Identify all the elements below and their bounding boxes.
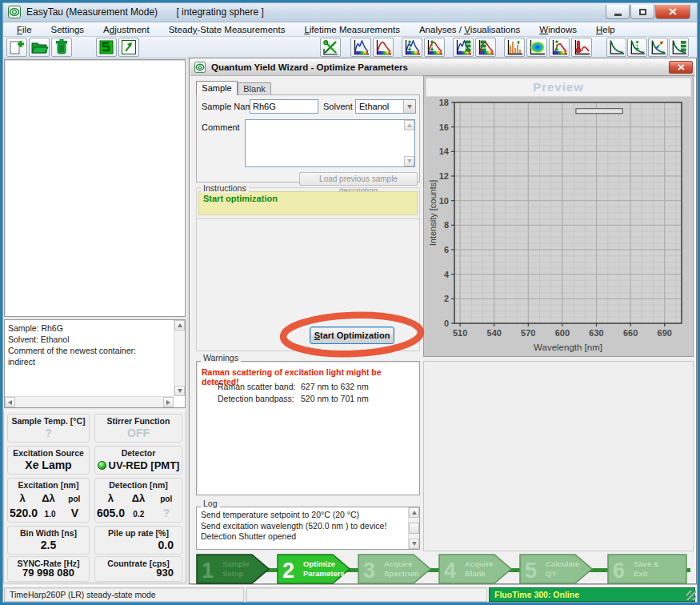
menu-windows[interactable]: Windows	[530, 23, 586, 36]
load-previous-sample-button[interactable]: Load previous sample description	[299, 172, 418, 186]
scroll-left-button[interactable]	[5, 397, 15, 407]
scroll-up-button[interactable]	[174, 320, 185, 331]
excitation-spectrum-icon[interactable]	[350, 38, 371, 57]
start-optimization-button[interactable]: Start Optimization	[310, 327, 394, 344]
minimize-button[interactable]	[606, 5, 630, 19]
batch-mode-icon[interactable]	[96, 38, 117, 57]
svg-text:Wavelength [nm]: Wavelength [nm]	[534, 343, 602, 352]
tres-map-icon[interactable]	[669, 38, 689, 57]
tab-sample[interactable]: Sample	[196, 81, 238, 95]
maximize-icon	[639, 9, 646, 15]
sample-temp-group: Sample Temp. [°C] ?	[7, 414, 90, 443]
measurement-list[interactable]	[4, 59, 186, 317]
comment-textarea[interactable]	[245, 119, 415, 167]
menu-adjustment[interactable]: Adjustment	[94, 23, 159, 36]
resize-grip[interactable]	[686, 591, 696, 600]
new-measurement-icon[interactable]	[6, 38, 27, 57]
window-controls	[605, 5, 690, 19]
svg-text:Acquire: Acquire	[384, 559, 412, 568]
detection-col-lambda: λ	[97, 492, 125, 504]
detector-value: UV-RED [PMT]	[95, 459, 182, 471]
detection-values: 605.00.2?	[97, 507, 180, 519]
emission-3d-map-icon[interactable]	[475, 38, 496, 57]
close-button[interactable]	[655, 5, 690, 19]
menu-help[interactable]: Help	[586, 23, 625, 36]
script-export-icon[interactable]	[118, 38, 139, 57]
excitation-group: Excitation [nm] λΔλpol 520.01.0V	[7, 478, 90, 523]
status-device-mode: TimeHarp260P (LR) steady-state mode	[4, 587, 244, 602]
warning-row: Detection bandpass:520 nm to 701 nm	[218, 393, 369, 405]
sample-name-input[interactable]	[250, 99, 318, 114]
log-scroll-down-button[interactable]	[409, 539, 419, 549]
anisotropy-decay-icon[interactable]	[648, 38, 668, 57]
decay-series-icon[interactable]	[627, 38, 647, 57]
svg-text:540: 540	[487, 328, 502, 338]
sample-tab-panel: Sample Name Solvent Ethanol Comment Load…	[196, 94, 420, 182]
delete-icon[interactable]	[51, 38, 72, 57]
log-group-label: Log	[201, 499, 220, 508]
info-vertical-scrollbar[interactable]	[174, 320, 185, 396]
decay-icon[interactable]	[606, 38, 626, 57]
svg-text:600: 600	[555, 328, 570, 338]
wizard-step-6-save[interactable]: 6Save &Exit	[607, 554, 687, 587]
svg-text:QY: QY	[546, 569, 557, 578]
status-empty-cell	[246, 587, 487, 602]
time-trace-icon[interactable]	[504, 38, 525, 57]
svg-text:4: 4	[444, 270, 450, 279]
comment-scroll-up-button[interactable]	[404, 120, 414, 130]
emission-spectrum-icon[interactable]	[373, 38, 394, 57]
detection-label: Detection [nm]	[95, 480, 182, 490]
excitation-pol: V	[62, 507, 87, 519]
wizard-step-3-acquire[interactable]: 3AcquireSpectrum	[358, 554, 431, 587]
sample-info-box[interactable]: Sample: Rh6GSolvent: EthanolComment of t…	[4, 319, 186, 408]
preview-chart: 510540570600630660690024681012141618Wave…	[427, 98, 691, 359]
log-scroll-thumb[interactable]	[409, 523, 419, 534]
svg-text:Sample: Sample	[222, 559, 250, 568]
excitation-source-group: Excitation Source Xe Lamp	[7, 446, 90, 475]
solvent-dropdown-button[interactable]	[403, 100, 415, 113]
svg-text:3: 3	[363, 559, 375, 583]
wizard-step-5-calculate[interactable]: 5CalculateQY	[519, 554, 593, 587]
detection-wavelength: 605.0	[97, 507, 125, 519]
svg-text:2: 2	[282, 559, 294, 583]
temperature-series-icon[interactable]	[571, 38, 592, 57]
log-scroll-up-button[interactable]	[409, 507, 419, 518]
wizard-step-2-optimize[interactable]: 2OptimizeParameters	[277, 554, 350, 587]
contour-plot-icon[interactable]	[526, 38, 547, 57]
bin-width-label: Bin Width [ns]	[8, 528, 89, 538]
excitation-3d-map-icon[interactable]	[453, 38, 474, 57]
open-file-icon[interactable]	[29, 38, 50, 57]
preview-chart-svg: 510540570600630660690024681012141618Wave…	[427, 98, 691, 355]
menu-bar: FileSettingsAdjustmentSteady-State Measu…	[2, 22, 698, 37]
scroll-right-button[interactable]	[163, 397, 174, 407]
menu-steady-state-measurements[interactable]: Steady-State Measurements	[159, 23, 295, 36]
info-horizontal-scrollbar[interactable]	[5, 396, 174, 407]
sync-rate-group: SYNC-Rate [Hz] 79 998 080	[7, 556, 90, 582]
solvent-select[interactable]: Ethanol	[355, 99, 416, 114]
wizard-close-button[interactable]	[669, 61, 693, 74]
svg-text:1: 1	[202, 559, 214, 583]
menu-file[interactable]: File	[7, 23, 42, 36]
wizard-titlebar[interactable]: Quantum Yield Wizard - Optimize Paramete…	[190, 59, 695, 76]
pileup-label: Pile up rate [%]	[95, 528, 182, 538]
log-line: Send excitation wavelength (520.0 nm ) t…	[201, 521, 406, 532]
countrate-value: 930	[95, 567, 182, 579]
menu-analyses-visualisations[interactable]: Analyses / Visualisations	[410, 23, 530, 36]
tab-blank[interactable]: Blank	[238, 82, 271, 95]
log-scrollbar[interactable]	[408, 507, 419, 549]
menu-lifetime-measurements[interactable]: Lifetime Measurements	[294, 23, 410, 36]
comment-scroll-down-button[interactable]	[404, 156, 414, 166]
adjustment-tools-icon[interactable]	[320, 38, 341, 57]
excitation-series-icon[interactable]	[402, 38, 422, 57]
detection-group: Detection [nm] λΔλpol 605.00.2?	[94, 478, 182, 523]
instructions-message: Start optimization	[198, 191, 418, 215]
app-title: EasyTau (Measurement Mode) [ integrating…	[26, 6, 264, 18]
emission-series-icon[interactable]	[424, 38, 445, 57]
menu-settings[interactable]: Settings	[42, 23, 94, 36]
wizard-step-4-acquire[interactable]: 4AcquireBlank	[438, 554, 512, 587]
excitation-source-label: Excitation Source	[8, 448, 89, 458]
scroll-down-button[interactable]	[174, 386, 185, 396]
wizard-step-1-sample[interactable]: 1SampleSetup	[196, 554, 270, 587]
maximize-button[interactable]	[630, 5, 654, 19]
emission-kinetics-icon[interactable]	[549, 38, 570, 57]
